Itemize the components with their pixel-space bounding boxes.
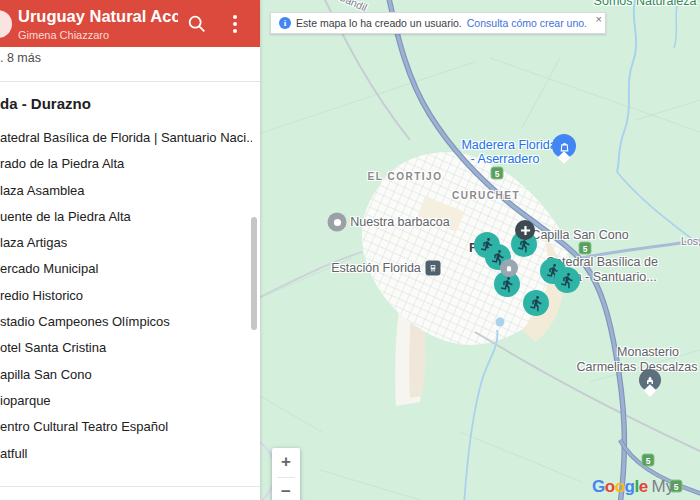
more-places-link[interactable]: . 8 más [0, 51, 41, 65]
map-label: Maderera Florida [461, 138, 556, 152]
layer-title: da - Durazno [0, 95, 91, 112]
google-logo: Google [592, 477, 648, 497]
map-label: Los, [681, 235, 700, 247]
walker-icon [499, 276, 516, 293]
monastery-icon [644, 374, 656, 386]
dot-icon [333, 218, 341, 226]
place-list-item[interactable]: atfull [0, 441, 252, 467]
place-list-item[interactable]: uente de la Piedra Alta [0, 204, 252, 230]
map-label: Carmelitas Descalzas [577, 360, 698, 374]
maderera-poi[interactable] [552, 134, 576, 158]
map-title: Uruguay Natural Acce... [18, 7, 178, 26]
search-icon[interactable] [186, 13, 208, 35]
map-label: CURUCHET [452, 190, 520, 201]
place-list-item[interactable]: rado de la Piedra Alta [0, 151, 252, 177]
map-label: EL CORTIJO [368, 171, 443, 182]
google-logo-letter: o [615, 477, 625, 496]
zoom-out-button[interactable]: − [272, 478, 300, 500]
google-logo-letter: G [592, 477, 605, 496]
my-maps-label: My Maps [652, 477, 700, 500]
church-plus-icon [520, 225, 531, 236]
route-shield: 5 [491, 167, 504, 180]
place-list-item[interactable]: stadio Campeones Olímpicos [0, 309, 252, 335]
route-shield: 5 [579, 242, 592, 255]
google-my-maps-logo: Google My Maps [592, 477, 700, 500]
info-icon: i [279, 17, 291, 29]
map-label: Nuestra barbacoa [350, 215, 449, 229]
route-shield: 5 [642, 454, 655, 467]
zoom-in-button[interactable]: + [272, 448, 300, 477]
notice-text: Este mapa lo ha creado un usuario. [296, 17, 462, 29]
bag-icon [558, 140, 571, 153]
zoom-controls: + − [272, 448, 300, 500]
capilla-poi[interactable] [515, 220, 535, 240]
user-map-notice: i Este mapa lo ha creado un usuario. Con… [270, 12, 606, 34]
notice-link[interactable]: Consulta cómo crear uno. [467, 17, 587, 29]
place-list-item[interactable]: entro Cultural Teatro Español [0, 414, 252, 440]
place-list-item[interactable]: apilla San Cono [0, 362, 252, 388]
close-icon[interactable]: × [596, 14, 602, 25]
google-logo-letter: g [625, 477, 635, 496]
map-label: - Aserradero [471, 152, 540, 166]
map-header: Uruguay Natural Acce... Gimena Chiazzaro [0, 0, 260, 47]
map-label: Somos Naturaleza [594, 0, 697, 8]
station-icon[interactable] [426, 261, 441, 276]
map-label: Monasterio [617, 345, 679, 359]
map-label: Estación Florida [331, 261, 421, 275]
my-maps-app: Uruguay Natural Acce... Gimena Chiazzaro… [0, 0, 700, 500]
place-list-item[interactable]: redio Historico [0, 283, 252, 309]
divider [0, 486, 260, 487]
barbacoa-poi[interactable] [328, 213, 347, 232]
divider [0, 81, 260, 82]
dome-icon [504, 263, 514, 273]
map-author: Gimena Chiazzaro [18, 29, 109, 41]
google-logo-letter: e [639, 477, 648, 496]
place-list-item[interactable]: ercado Municipal [0, 256, 252, 282]
map-label: Capilla San Cono [531, 228, 628, 242]
place-list-item[interactable]: otel Santa Cristina [0, 335, 252, 361]
sidebar: Uruguay Natural Acce... Gimena Chiazzaro… [0, 0, 260, 500]
place-list: atedral Basílica de Florida | Santuario … [0, 125, 252, 467]
train-icon [429, 264, 438, 273]
place-list-item[interactable]: laza Artigas [0, 230, 252, 256]
monasterio-poi[interactable] [639, 369, 661, 391]
place-marker-walker[interactable] [554, 267, 580, 293]
catedral-poi[interactable] [500, 259, 518, 277]
place-list-item[interactable]: laza Asamblea [0, 178, 252, 204]
walker-icon [559, 272, 576, 289]
place-list-item[interactable]: atedral Basílica de Florida | Santuario … [0, 125, 252, 151]
google-logo-letter: o [605, 477, 615, 496]
more-menu-icon[interactable] [224, 13, 246, 35]
walker-icon [528, 295, 545, 312]
place-list-item[interactable]: ioparque [0, 388, 252, 414]
sidebar-scrollbar[interactable] [251, 217, 257, 330]
place-marker-walker[interactable] [523, 290, 549, 316]
map-avatar [0, 10, 12, 38]
map-canvas[interactable]: EL CORTIJOCURUCHETNuestra barbacoaEstaci… [260, 0, 700, 500]
